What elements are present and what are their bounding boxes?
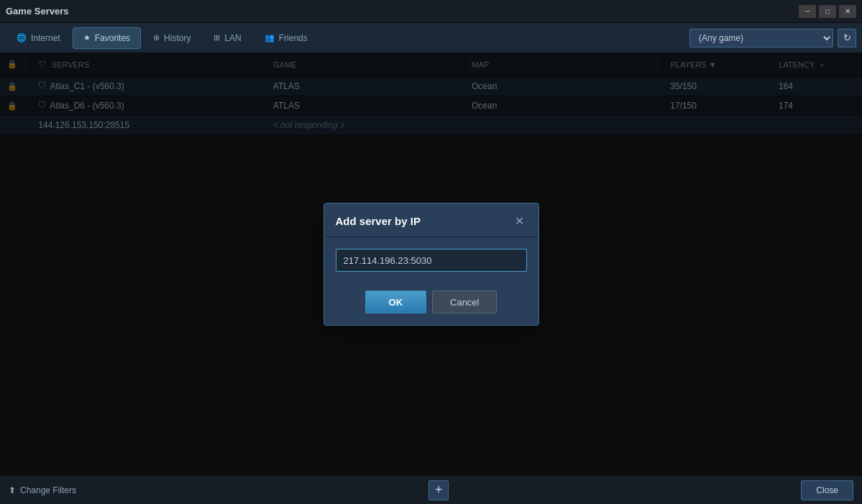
maximize-button[interactable]: □ [819, 5, 836, 18]
cancel-button[interactable]: Cancel [432, 290, 497, 313]
dialog-footer: OK Cancel [324, 283, 538, 325]
lan-icon: ⊞ [214, 33, 220, 42]
change-filters-label: Change Filters [20, 485, 76, 495]
tab-lan[interactable]: ⊞ LAN [203, 27, 252, 49]
game-filter: (Any game) ATLAS ↻ [689, 29, 856, 47]
internet-icon: 🌐 [17, 33, 27, 42]
tab-favorites[interactable]: ★ Favorites [73, 27, 141, 49]
change-filters-button[interactable]: ⬆ Change Filters [9, 485, 76, 495]
dialog-header: Add server by IP ✕ [324, 203, 538, 237]
filters-icon: ⬆ [9, 485, 16, 495]
tab-friends[interactable]: 👥 Friends [254, 27, 318, 49]
ip-input[interactable] [336, 249, 527, 272]
history-icon: ⊕ [153, 33, 160, 42]
window-controls: ─ □ ✕ [799, 5, 856, 18]
close-button[interactable]: Close [801, 480, 853, 500]
tab-favorites-label: Favorites [95, 33, 130, 43]
tab-friends-label: Friends [279, 33, 308, 43]
favorites-icon: ★ [83, 33, 91, 42]
tab-lan-label: LAN [224, 33, 241, 43]
main-content: 🔒 ⛉ SERVERS GAME MAP PLAYERS ▼ LATENCY +… [0, 53, 862, 475]
dialog-close-button[interactable]: ✕ [513, 214, 527, 228]
ok-button[interactable]: OK [365, 290, 427, 313]
game-select[interactable]: (Any game) ATLAS [689, 29, 833, 47]
title-bar: Game Servers ─ □ ✕ [0, 0, 862, 23]
window-title: Game Servers [6, 6, 68, 17]
window-close-button[interactable]: ✕ [839, 5, 856, 18]
tab-history-label: History [164, 33, 191, 43]
refresh-button[interactable]: ↻ [838, 29, 856, 47]
minimize-button[interactable]: ─ [799, 5, 816, 18]
tab-internet-label: Internet [31, 33, 60, 43]
dialog-title: Add server by IP [336, 215, 421, 227]
footer: ⬆ Change Filters + Close [0, 475, 862, 504]
add-server-dialog: Add server by IP ✕ OK Cancel [324, 203, 539, 326]
modal-overlay: Add server by IP ✕ OK Cancel [0, 53, 862, 475]
add-server-button[interactable]: + [428, 480, 449, 500]
footer-center: + [428, 480, 449, 500]
dialog-body [324, 237, 538, 283]
tab-bar: 🌐 Internet ★ Favorites ⊕ History ⊞ LAN 👥… [0, 23, 862, 53]
tab-history[interactable]: ⊕ History [142, 27, 201, 49]
tab-internet[interactable]: 🌐 Internet [6, 27, 71, 49]
friends-icon: 👥 [265, 33, 275, 42]
